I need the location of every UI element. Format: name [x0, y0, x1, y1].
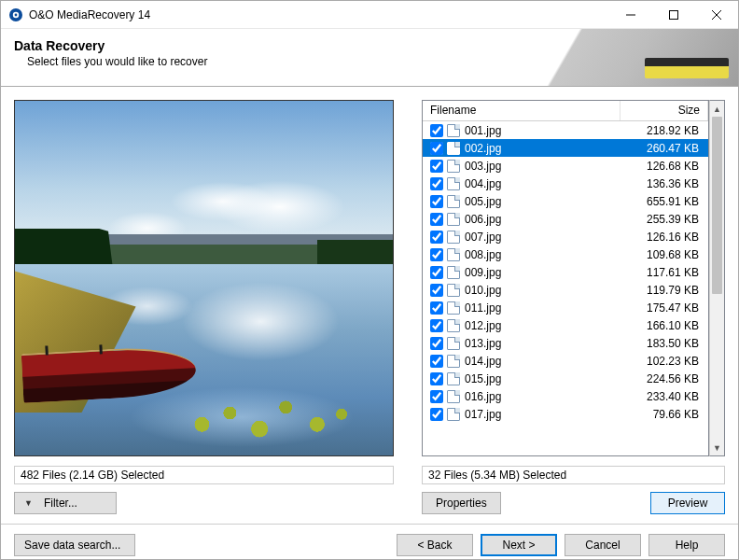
file-icon — [447, 337, 460, 350]
file-size: 255.39 KB — [621, 213, 704, 226]
row-checkbox[interactable] — [430, 337, 443, 350]
help-button-label: Help — [676, 539, 699, 552]
preview-button[interactable]: Preview — [650, 492, 725, 514]
table-row[interactable]: 012.jpg166.10 KB — [423, 316, 708, 334]
back-button[interactable]: < Back — [397, 534, 473, 556]
column-header-size[interactable]: Size — [620, 101, 708, 120]
table-row[interactable]: 009.jpg117.61 KB — [423, 263, 708, 281]
file-list-pane: Filename Size 001.jpg218.92 KB002.jpg260… — [422, 100, 725, 456]
next-button[interactable]: Next > — [481, 534, 557, 556]
wizard-footer: Save data search... < Back Next > Cancel… — [1, 525, 738, 560]
row-checkbox[interactable] — [430, 266, 443, 279]
window-controls — [609, 1, 738, 28]
file-icon — [447, 124, 460, 137]
file-size: 109.68 KB — [621, 248, 704, 261]
file-name: 016.jpg — [465, 390, 621, 403]
table-row[interactable]: 008.jpg109.68 KB — [423, 245, 708, 263]
toolbar-row: ▼ Filter... Properties Preview — [1, 488, 738, 525]
row-checkbox[interactable] — [430, 160, 443, 173]
row-checkbox[interactable] — [430, 390, 443, 403]
table-row[interactable]: 011.jpg175.47 KB — [423, 299, 708, 316]
file-icon — [447, 177, 460, 190]
table-row[interactable]: 005.jpg655.91 KB — [423, 192, 708, 210]
row-checkbox[interactable] — [430, 231, 443, 244]
file-size: 218.92 KB — [621, 124, 704, 137]
file-list-body[interactable]: 001.jpg218.92 KB002.jpg260.47 KB003.jpg1… — [423, 121, 708, 455]
row-checkbox[interactable] — [430, 195, 443, 208]
table-row[interactable]: 014.jpg102.23 KB — [423, 352, 708, 370]
file-icon — [447, 213, 460, 226]
column-header-filename[interactable]: Filename — [423, 101, 620, 120]
titlebar: O&O MediaRecovery 14 — [1, 1, 738, 29]
cancel-button[interactable]: Cancel — [565, 534, 641, 556]
filter-button[interactable]: ▼ Filter... — [14, 492, 117, 514]
table-row[interactable]: 004.jpg136.36 KB — [423, 175, 708, 192]
row-checkbox[interactable] — [430, 177, 443, 190]
row-checkbox[interactable] — [430, 284, 443, 297]
file-list-scrollbar[interactable]: ▲ ▼ — [709, 100, 725, 456]
table-row[interactable]: 007.jpg126.16 KB — [423, 228, 708, 245]
file-icon — [447, 231, 460, 244]
minimize-button[interactable] — [609, 1, 652, 28]
file-size: 79.66 KB — [621, 408, 704, 421]
file-size: 183.50 KB — [621, 337, 704, 350]
file-name: 012.jpg — [465, 319, 621, 332]
table-row[interactable]: 013.jpg183.50 KB — [423, 334, 708, 352]
file-icon — [447, 160, 460, 173]
file-icon — [447, 301, 460, 315]
scroll-up-icon[interactable]: ▲ — [710, 101, 724, 117]
save-search-button[interactable]: Save data search... — [14, 534, 135, 556]
file-icon — [447, 266, 460, 279]
filter-button-label: Filter... — [44, 497, 77, 510]
file-name: 005.jpg — [465, 195, 621, 208]
file-size: 126.16 KB — [621, 231, 704, 244]
file-size: 224.56 KB — [621, 372, 704, 385]
row-checkbox[interactable] — [430, 213, 443, 226]
table-row[interactable]: 002.jpg260.47 KB — [423, 139, 708, 157]
stats-row: 482 Files (2.14 GB) Selected 32 Files (5… — [1, 464, 738, 488]
scroll-thumb[interactable] — [712, 117, 722, 294]
page-title: Data Recovery — [14, 38, 207, 53]
table-row[interactable]: 015.jpg224.56 KB — [423, 370, 708, 387]
file-name: 001.jpg — [465, 124, 621, 137]
file-size: 126.68 KB — [621, 160, 704, 173]
close-button[interactable] — [695, 1, 738, 28]
row-checkbox[interactable] — [430, 319, 443, 332]
table-row[interactable]: 006.jpg255.39 KB — [423, 210, 708, 228]
help-button[interactable]: Help — [648, 534, 725, 556]
row-checkbox[interactable] — [430, 301, 443, 315]
file-size: 175.47 KB — [621, 301, 704, 315]
table-row[interactable]: 017.jpg79.66 KB — [423, 405, 708, 423]
row-checkbox[interactable] — [430, 248, 443, 261]
chevron-down-icon: ▼ — [24, 498, 33, 508]
scroll-down-icon[interactable]: ▼ — [710, 440, 724, 455]
row-checkbox[interactable] — [430, 372, 443, 385]
file-icon — [447, 355, 460, 368]
row-checkbox[interactable] — [430, 142, 443, 155]
maximize-button[interactable] — [652, 1, 695, 28]
cancel-button-label: Cancel — [585, 539, 620, 552]
file-list[interactable]: Filename Size 001.jpg218.92 KB002.jpg260… — [422, 100, 709, 456]
row-checkbox[interactable] — [430, 124, 443, 137]
file-size: 117.61 KB — [621, 266, 704, 279]
file-size: 102.23 KB — [621, 355, 704, 368]
table-row[interactable]: 001.jpg218.92 KB — [423, 121, 708, 139]
file-name: 003.jpg — [465, 160, 621, 173]
properties-button[interactable]: Properties — [422, 492, 501, 514]
row-checkbox[interactable] — [430, 355, 443, 368]
table-row[interactable]: 003.jpg126.68 KB — [423, 157, 708, 175]
file-name: 011.jpg — [465, 301, 621, 315]
content-area: Filename Size 001.jpg218.92 KB002.jpg260… — [1, 87, 738, 464]
table-row[interactable]: 016.jpg233.40 KB — [423, 387, 708, 405]
wizard-header: Data Recovery Select files you would lik… — [1, 29, 738, 87]
file-name: 010.jpg — [465, 284, 621, 297]
file-size: 166.10 KB — [621, 319, 704, 332]
file-name: 015.jpg — [465, 372, 621, 385]
file-size: 655.91 KB — [621, 195, 704, 208]
app-icon — [8, 7, 23, 22]
file-icon — [447, 390, 460, 403]
table-row[interactable]: 010.jpg119.79 KB — [423, 281, 708, 299]
file-name: 002.jpg — [465, 142, 621, 155]
row-checkbox[interactable] — [430, 408, 443, 421]
file-list-header[interactable]: Filename Size — [423, 101, 708, 121]
